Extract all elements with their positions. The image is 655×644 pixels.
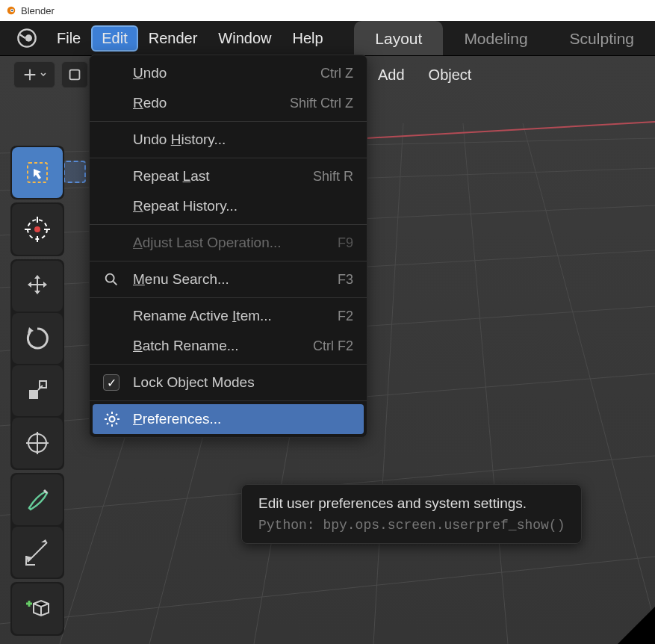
menu-item-label: Preferences... bbox=[133, 411, 353, 427]
blender-icon bbox=[6, 5, 16, 16]
tool-toolbar bbox=[10, 146, 64, 636]
svg-point-2 bbox=[11, 10, 13, 11]
svg-point-20 bbox=[28, 73, 31, 76]
menu-item-shortcut: F3 bbox=[338, 272, 353, 288]
menu-render[interactable]: Render bbox=[138, 25, 208, 52]
menu-item-repeat-history[interactable]: Repeat History... bbox=[90, 191, 367, 221]
workspace-tab-modeling[interactable]: Modeling bbox=[443, 21, 548, 55]
tool-rotate[interactable] bbox=[12, 313, 63, 364]
menu-item-label: Rename Active Item... bbox=[133, 308, 338, 324]
menu-item-shortcut: F2 bbox=[338, 309, 353, 324]
scale-icon bbox=[23, 377, 52, 405]
menu-item-adjust-last-operation: Adjust Last Operation...F9 bbox=[90, 228, 367, 258]
tool-scale[interactable] bbox=[12, 365, 63, 416]
menu-item-shortcut: Ctrl F2 bbox=[313, 338, 353, 354]
checkbox-icon bbox=[103, 374, 119, 391]
svg-point-28 bbox=[106, 274, 114, 282]
tool-transform[interactable] bbox=[12, 418, 63, 468]
menu-item-lock-object-modes[interactable]: Lock Object Modes bbox=[90, 368, 367, 397]
edit-dropdown-menu: UndoCtrl ZRedoShift Ctrl ZUndo History..… bbox=[89, 55, 367, 438]
cursor-icon bbox=[23, 215, 52, 244]
menu-item-label: Repeat History... bbox=[133, 198, 353, 214]
annotate-icon bbox=[23, 486, 52, 514]
menu-item-label: Batch Rename... bbox=[133, 338, 313, 354]
menu-item-label: Undo History... bbox=[133, 131, 353, 148]
blender-logo-icon bbox=[16, 28, 37, 49]
menu-item-undo-history[interactable]: Undo History... bbox=[90, 125, 367, 155]
search-icon bbox=[103, 271, 119, 288]
svg-point-24 bbox=[34, 226, 40, 232]
window-title: Blender bbox=[21, 5, 55, 16]
tool-measure[interactable] bbox=[12, 527, 63, 578]
menu-edit[interactable]: Edit bbox=[91, 25, 137, 52]
menu-item-shortcut: Shift Ctrl Z bbox=[290, 96, 353, 111]
transform-icon bbox=[23, 429, 52, 457]
top-menubar: FileEditRenderWindowHelp LayoutModelingS… bbox=[0, 21, 655, 56]
menu-item-menu-search[interactable]: Menu Search...F3 bbox=[90, 264, 367, 294]
menu-item-batch-rename[interactable]: Batch Rename...Ctrl F2 bbox=[90, 331, 367, 361]
workspace-tab-sculpting[interactable]: Sculpting bbox=[549, 21, 655, 55]
tooltip-python: Python: bpy.ops.screen.userpref_show() bbox=[258, 518, 565, 533]
menu-window[interactable]: Window bbox=[208, 25, 282, 52]
menu-item-redo[interactable]: RedoShift Ctrl Z bbox=[90, 88, 367, 118]
add-cube-icon bbox=[23, 595, 52, 623]
area-split-corner[interactable] bbox=[618, 607, 655, 644]
move-icon bbox=[23, 272, 52, 300]
mode-button[interactable] bbox=[61, 61, 88, 88]
menu-item-label: Redo bbox=[133, 95, 290, 111]
tool-add-cube[interactable] bbox=[12, 583, 63, 634]
select-box-icon bbox=[23, 158, 52, 187]
header-add[interactable]: Add bbox=[378, 66, 405, 84]
menu-item-label: Repeat Last bbox=[133, 168, 313, 185]
menu-item-label: Undo bbox=[133, 65, 320, 81]
window-titlebar: Blender bbox=[0, 0, 655, 21]
chevron-down-icon bbox=[40, 71, 47, 78]
tooltip: Edit user preferences and system setting… bbox=[241, 484, 582, 544]
workspace-tabs: LayoutModelingSculpting bbox=[354, 21, 655, 55]
workspace-tab-layout[interactable]: Layout bbox=[354, 21, 443, 55]
svg-point-29 bbox=[110, 417, 115, 422]
gear-icon bbox=[103, 410, 121, 428]
header-object[interactable]: Object bbox=[429, 66, 472, 84]
tool-move[interactable] bbox=[12, 261, 63, 312]
object-mode-icon bbox=[66, 66, 83, 83]
menu-file[interactable]: File bbox=[46, 25, 91, 52]
selection-marquee-icon bbox=[63, 161, 86, 183]
menu-item-shortcut: F9 bbox=[338, 235, 353, 251]
pivot-dropdown[interactable] bbox=[13, 61, 55, 88]
menu-item-label: Adjust Last Operation... bbox=[133, 235, 338, 251]
svg-point-4 bbox=[25, 34, 32, 41]
measure-icon bbox=[23, 538, 52, 566]
menu-item-undo[interactable]: UndoCtrl Z bbox=[90, 58, 367, 88]
tooltip-description: Edit user preferences and system setting… bbox=[258, 495, 565, 512]
pivot-icon bbox=[22, 66, 38, 83]
menu-item-preferences[interactable]: Preferences... bbox=[93, 404, 364, 434]
tool-select-box[interactable] bbox=[12, 147, 63, 198]
menu-help[interactable]: Help bbox=[282, 25, 333, 52]
svg-rect-25 bbox=[29, 390, 38, 399]
rotate-icon bbox=[23, 324, 52, 353]
menu-item-shortcut: Ctrl Z bbox=[320, 66, 353, 81]
menu-item-label: Menu Search... bbox=[133, 271, 338, 288]
svg-rect-21 bbox=[70, 70, 80, 80]
menu-item-repeat-last[interactable]: Repeat LastShift R bbox=[90, 161, 367, 191]
menu-item-rename-active-item[interactable]: Rename Active Item...F2 bbox=[90, 301, 367, 331]
menu-item-label: Lock Object Modes bbox=[133, 374, 353, 391]
tool-annotate[interactable] bbox=[12, 474, 63, 525]
tool-cursor[interactable] bbox=[12, 204, 63, 255]
menu-item-shortcut: Shift R bbox=[313, 169, 353, 185]
